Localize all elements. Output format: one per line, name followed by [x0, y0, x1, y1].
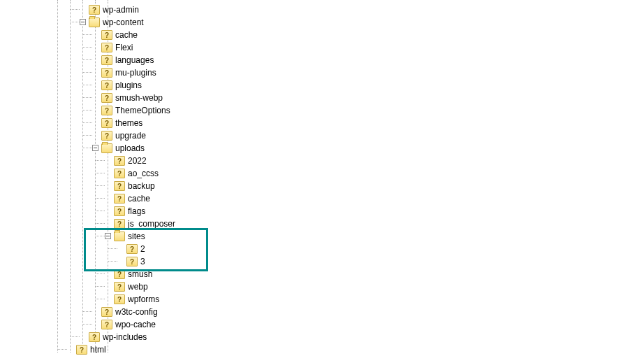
tree-item[interactable]: smush: [0, 267, 644, 280]
unknown-file-icon: [101, 106, 112, 115]
tree-item[interactable]: webp: [0, 280, 644, 292]
unknown-file-icon: [89, 5, 100, 15]
tree-item[interactable]: 2: [0, 242, 644, 255]
toggle-spacer: [105, 195, 114, 201]
tree-connector: [58, 349, 67, 350]
unknown-file-icon: [101, 30, 112, 40]
tree-connector: [83, 72, 92, 73]
tree-item[interactable]: Flexi: [0, 41, 644, 53]
toggle-spacer: [92, 321, 101, 327]
unknown-file-icon: [101, 307, 112, 317]
tree-item[interactable]: wpo-cache: [0, 318, 644, 330]
tree-item[interactable]: wp-includes: [0, 330, 644, 343]
tree-connector: [96, 198, 105, 199]
tree-connector: [83, 97, 92, 98]
toggle-spacer: [105, 170, 114, 176]
toggle-spacer: [105, 283, 114, 290]
toggle-spacer: [92, 82, 101, 88]
tree-item-label: mu-plugins: [115, 68, 156, 78]
unknown-file-icon: [76, 345, 87, 355]
tree-item-label: uploads: [115, 143, 145, 153]
collapse-toggle[interactable]: [105, 233, 111, 239]
tree-item[interactable]: mu-plugins: [0, 66, 644, 78]
tree-item-label: Flexi: [115, 43, 133, 52]
tree-item[interactable]: smush-webp: [0, 91, 644, 104]
tree-connector: [108, 248, 117, 249]
tree-item-label: upgrade: [115, 131, 146, 141]
toggle-spacer: [92, 132, 101, 138]
tree-connector: [83, 148, 92, 148]
tree-item-label: 3: [140, 257, 145, 266]
toggle-spacer: [92, 31, 101, 38]
tree-connector: [83, 59, 92, 60]
tree-connector: [83, 122, 92, 123]
tree-item[interactable]: languages: [0, 53, 644, 66]
tree-item-label: plugins: [115, 80, 142, 90]
toggle-spacer: [92, 69, 101, 76]
tree-item-label: wp-admin: [103, 5, 139, 15]
tree-item[interactable]: js_composer: [0, 217, 644, 229]
tree-item[interactable]: plugins: [0, 78, 644, 91]
tree-item-label: js_composer: [128, 219, 175, 229]
unknown-file-icon: [114, 219, 125, 229]
tree-item[interactable]: cache: [0, 28, 644, 41]
toggle-spacer: [92, 44, 101, 50]
folder-icon: [101, 143, 112, 153]
tree-item[interactable]: cache: [0, 192, 644, 204]
collapse-toggle[interactable]: [80, 19, 86, 25]
toggle-spacer: [117, 245, 126, 252]
tree-item-label: ao_ccss: [128, 169, 159, 178]
tree-folder-expanded[interactable]: sites: [0, 229, 644, 242]
tree-item[interactable]: wpforms: [0, 292, 644, 305]
toggle-spacer: [92, 94, 101, 101]
folder-icon: [89, 17, 100, 27]
unknown-file-icon: [114, 269, 125, 279]
tree-item-label: html: [90, 345, 106, 355]
unknown-file-icon: [114, 294, 125, 304]
unknown-file-icon: [114, 169, 125, 178]
tree-item[interactable]: flags: [0, 204, 644, 217]
tree-item-label: smush: [128, 269, 152, 279]
tree-item[interactable]: ThemeOptions: [0, 104, 644, 116]
tree-item[interactable]: upgrade: [0, 129, 644, 141]
tree-connector: [96, 185, 105, 186]
tree-item-label: flags: [128, 206, 145, 216]
unknown-file-icon: [101, 80, 112, 90]
tree-connector: [96, 211, 105, 211]
unknown-file-icon: [101, 43, 112, 52]
toggle-spacer: [92, 308, 101, 315]
tree-item-label: cache: [128, 194, 150, 204]
unknown-file-icon: [126, 257, 138, 266]
tree-connector: [96, 223, 105, 224]
unknown-file-icon: [126, 244, 138, 254]
tree-folder-expanded[interactable]: uploads: [0, 141, 644, 154]
tree-connector: [96, 236, 105, 236]
toggle-spacer: [105, 183, 114, 189]
tree-item[interactable]: 3: [0, 255, 644, 267]
tree-item-label: sites: [128, 232, 145, 241]
tree-item[interactable]: html: [0, 343, 644, 355]
tree-item[interactable]: ao_ccss: [0, 166, 644, 179]
tree-item[interactable]: themes: [0, 116, 644, 129]
tree-connector: [96, 173, 105, 173]
folder-tree: wp-adminwp-contentcacheFlexilanguagesmu-…: [0, 0, 644, 355]
collapse-toggle[interactable]: [92, 145, 98, 151]
tree-folder-expanded[interactable]: wp-content: [0, 15, 644, 28]
tree-connector: [71, 22, 80, 22]
toggle-spacer: [105, 271, 114, 277]
toggle-spacer: [117, 258, 126, 264]
tree-connector: [83, 47, 92, 48]
toggle-spacer: [105, 208, 114, 214]
tree-item[interactable]: wp-admin: [0, 3, 644, 15]
tree-connector: [83, 34, 92, 35]
tree-item-label: 2: [140, 244, 145, 254]
tree-item[interactable]: 2022: [0, 154, 644, 166]
tree-item[interactable]: w3tc-config: [0, 305, 644, 318]
toggle-spacer: [92, 120, 101, 126]
tree-connector: [96, 273, 105, 274]
unknown-file-icon: [114, 282, 125, 292]
unknown-file-icon: [101, 320, 112, 329]
tree-item-label: backup: [128, 181, 155, 191]
tree-item-label: wp-content: [103, 17, 144, 27]
tree-item[interactable]: backup: [0, 179, 644, 192]
